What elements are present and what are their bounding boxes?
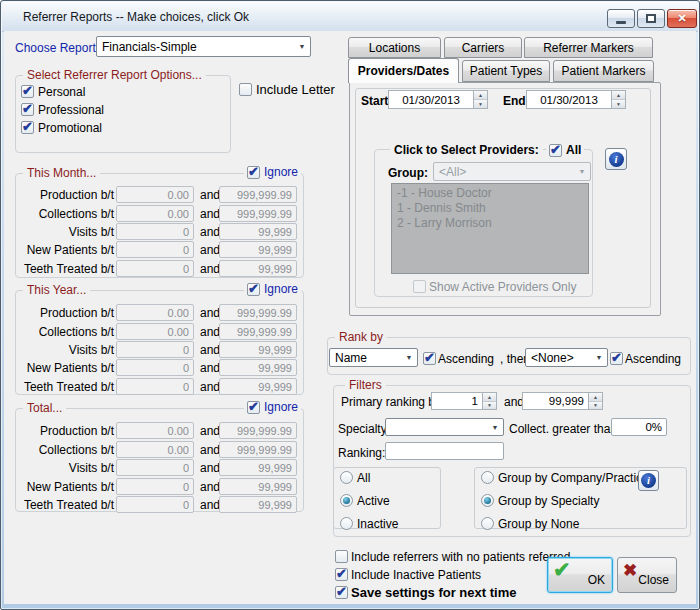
to-input[interactable] [219, 223, 297, 240]
title-bar[interactable]: Referrer Reports -- Make choices, click … [2, 2, 698, 32]
providers-info-button[interactable]: i [605, 148, 627, 170]
radio-group-by-none[interactable] [481, 517, 494, 530]
ignore-checkbox[interactable]: ✔ [247, 283, 260, 296]
tab-providers-dates[interactable]: Providers/Dates [348, 58, 459, 83]
to-input[interactable] [219, 496, 297, 513]
all-checkbox[interactable]: ✔ [549, 144, 562, 157]
primary-ranking-to-field[interactable]: ▲▼ [522, 392, 603, 410]
field-label: Teeth Treated b/t [21, 380, 114, 394]
radio-group-by-company[interactable] [481, 471, 494, 484]
to-input[interactable] [219, 341, 297, 358]
total-ignore[interactable]: ✔ Ignore [244, 400, 301, 414]
ok-button[interactable]: ✔ OK [547, 557, 613, 593]
to-input[interactable] [219, 186, 297, 203]
secondary-ascending-checkbox[interactable]: ✔ [610, 352, 623, 365]
provider-list-item[interactable]: 2 - Larry Morrison [397, 216, 583, 231]
and-label: and [200, 498, 220, 512]
tab-patient-markers[interactable]: Patient Markers [553, 60, 654, 82]
include-letter-checkbox[interactable] [239, 83, 252, 96]
all-providers-toggle[interactable]: ✔ All [546, 143, 584, 157]
spinner-down-icon: ▼ [483, 402, 496, 410]
providers-listbox[interactable]: -1 - House Doctor 1 - Dennis Smith 2 - L… [391, 183, 589, 274]
tab-carriers[interactable]: Carriers [444, 37, 522, 58]
include-no-patients-checkbox[interactable] [335, 550, 348, 563]
from-input[interactable] [116, 341, 194, 358]
to-input[interactable] [219, 241, 297, 258]
ranking-from-spinner[interactable]: ▲▼ [482, 392, 497, 410]
chevron-down-icon: ▼ [294, 43, 310, 50]
and-label: and [200, 380, 220, 394]
from-input[interactable] [116, 478, 194, 495]
tab-patient-types[interactable]: Patient Types [462, 60, 550, 82]
from-input[interactable] [116, 359, 194, 376]
radio-group-by-specialty[interactable] [481, 494, 494, 507]
specialty-select[interactable]: ▼ [385, 418, 504, 436]
primary-ranking-to-input[interactable] [522, 392, 588, 410]
collect-greater-input[interactable] [611, 418, 667, 436]
end-date-field[interactable]: ▲▼ [526, 90, 626, 109]
primary-ascending-checkbox[interactable]: ✔ [423, 352, 436, 365]
from-input[interactable] [116, 378, 194, 395]
from-input[interactable] [116, 459, 194, 476]
to-input[interactable] [219, 422, 297, 439]
start-date-spinner[interactable]: ▲▼ [473, 90, 488, 109]
from-input[interactable] [116, 260, 194, 277]
personal-checkbox[interactable]: ✔ [21, 85, 34, 98]
to-input[interactable] [219, 359, 297, 376]
primary-ranking-from-input[interactable] [431, 392, 482, 410]
to-input[interactable] [219, 459, 297, 476]
to-input[interactable] [219, 205, 297, 222]
grouping-info-button[interactable]: i [638, 470, 659, 491]
primary-ranking-from-field[interactable]: ▲▼ [431, 392, 497, 410]
check-icon: ✔ [248, 400, 259, 413]
window-close-button[interactable]: ✕ [667, 9, 697, 28]
promotional-checkbox[interactable]: ✔ [21, 121, 34, 134]
from-input[interactable] [116, 205, 194, 222]
this-month-ignore[interactable]: ✔ Ignore [244, 165, 301, 179]
professional-checkbox[interactable]: ✔ [21, 103, 34, 116]
radio-dot [484, 497, 491, 504]
from-input[interactable] [116, 304, 194, 321]
radio-inactive[interactable] [340, 517, 353, 530]
to-input[interactable] [219, 478, 297, 495]
start-date-input[interactable] [388, 90, 473, 109]
save-settings-checkbox[interactable]: ✔ [335, 586, 348, 599]
radio-all[interactable] [340, 471, 353, 484]
include-inactive-patients-checkbox[interactable]: ✔ [335, 568, 348, 581]
to-input[interactable] [219, 441, 297, 458]
to-input[interactable] [219, 260, 297, 277]
end-date-input[interactable] [526, 90, 611, 109]
primary-ascending-label: Ascending [438, 352, 494, 366]
ignore-checkbox[interactable]: ✔ [247, 401, 260, 414]
ignore-checkbox[interactable]: ✔ [247, 166, 260, 179]
minimize-button[interactable] [607, 9, 635, 28]
from-input[interactable] [116, 223, 194, 240]
this-year-ignore[interactable]: ✔ Ignore [244, 282, 301, 296]
provider-list-item[interactable]: -1 - House Doctor [397, 186, 583, 201]
to-input[interactable] [219, 304, 297, 321]
from-input[interactable] [116, 241, 194, 258]
radio-active[interactable] [340, 494, 353, 507]
end-date-spinner[interactable]: ▲▼ [611, 90, 626, 109]
from-input[interactable] [116, 496, 194, 513]
ranking-to-spinner[interactable]: ▲▼ [588, 392, 603, 410]
from-input[interactable] [116, 186, 194, 203]
maximize-button[interactable] [637, 9, 665, 28]
rank-primary-select[interactable]: Name ▼ [329, 348, 418, 367]
to-input[interactable] [219, 378, 297, 395]
start-date-field[interactable]: ▲▼ [388, 90, 488, 109]
and-label: and [200, 207, 220, 221]
and-label: and [200, 343, 220, 357]
from-input[interactable] [116, 422, 194, 439]
tab-referrer-markers[interactable]: Referrer Markers [524, 37, 653, 58]
choose-report-select[interactable]: Financials-Simple ▼ [96, 36, 311, 57]
ranking-input[interactable] [385, 442, 504, 460]
from-input[interactable] [116, 323, 194, 340]
provider-list-item[interactable]: 1 - Dennis Smith [397, 201, 583, 216]
tab-locations[interactable]: Locations [348, 37, 441, 58]
close-button[interactable]: ✖ Close [617, 557, 677, 593]
from-input[interactable] [116, 441, 194, 458]
to-input[interactable] [219, 323, 297, 340]
rank-secondary-select[interactable]: <None> ▼ [525, 348, 608, 367]
show-active-providers-checkbox[interactable] [413, 280, 426, 293]
